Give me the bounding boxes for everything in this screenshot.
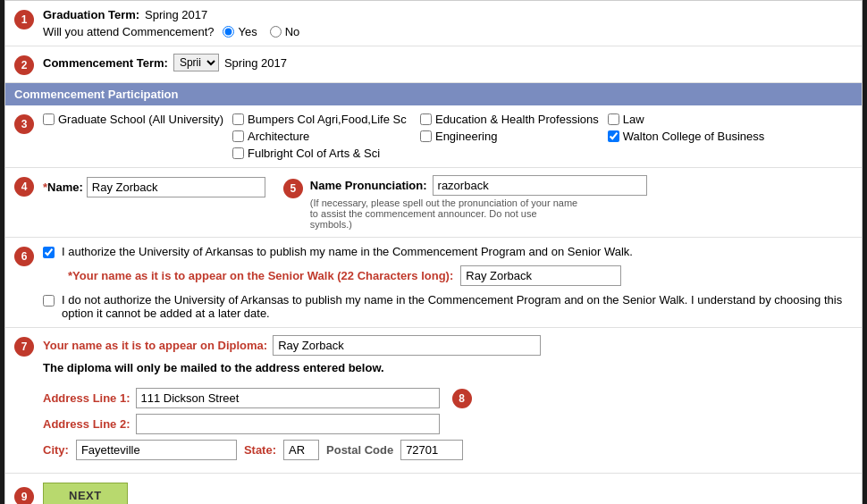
auth-row: I authorize the University of Arkansas t… xyxy=(43,245,853,258)
cb-arch-item[interactable]: Architecture xyxy=(232,130,411,143)
no-radio[interactable] xyxy=(270,26,282,38)
no-label: No xyxy=(285,25,300,38)
name-label: *Name: xyxy=(43,181,83,194)
no-auth-text: I do not authorize the University of Ark… xyxy=(62,293,853,320)
attend-radio-group: Yes No xyxy=(223,25,299,38)
cb-law-item[interactable]: Law xyxy=(608,113,765,126)
commencement-term-label: Commencement Term: xyxy=(43,56,168,70)
cb-eng-item[interactable]: Engineering xyxy=(420,130,599,143)
cb-bumpers-item[interactable]: Bumpers Col Agri,Food,Life Sc xyxy=(232,113,411,126)
addr1-row: Address Line 1: 8 xyxy=(43,387,481,408)
step3-number: 3 xyxy=(14,114,34,134)
pronunciation-input[interactable] xyxy=(433,175,647,196)
name-input[interactable] xyxy=(87,177,265,197)
cb-fulbright-item[interactable]: Fulbright Col of Arts & Sci xyxy=(232,147,411,160)
state-label: State: xyxy=(244,443,276,457)
senior-walk-row: *Your name as it is to appear on the Sen… xyxy=(68,265,853,286)
step4-number: 4 xyxy=(14,177,34,197)
step3-content: Graduate School (All University) Bumpers… xyxy=(43,113,853,160)
step9-number: 9 xyxy=(14,487,34,505)
yes-label: Yes xyxy=(238,25,257,38)
step7-number: 7 xyxy=(14,337,34,357)
cb-arch[interactable] xyxy=(232,130,244,142)
yes-option[interactable]: Yes xyxy=(223,25,257,38)
cb-edu-item[interactable]: Education & Health Professions xyxy=(420,113,599,126)
city-state-row: City: State: Postal Code xyxy=(43,440,481,460)
term-display: Spring 2017 xyxy=(224,56,287,70)
cb-walton[interactable] xyxy=(608,130,619,142)
pronunciation-label: Name Pronunciation: xyxy=(310,179,427,192)
attend-label: Will you attend Commencement? xyxy=(43,25,214,38)
addr2-label: Address Line 2: xyxy=(43,417,130,431)
cb-bumpers[interactable] xyxy=(232,113,244,125)
city-input[interactable] xyxy=(76,440,237,460)
cb-grad-label: Graduate School (All University) xyxy=(58,113,223,126)
state-input[interactable] xyxy=(283,440,319,460)
next-section: 9 NEXT xyxy=(5,474,862,504)
cb-law[interactable] xyxy=(608,113,619,125)
next-button[interactable]: NEXT xyxy=(43,483,128,504)
cb-walton-label: Walton College of Business xyxy=(623,130,765,143)
cb-eng[interactable] xyxy=(420,130,432,142)
diploma-name-row: Your name as it is to appear on Diploma: xyxy=(43,335,541,356)
cb-law-label: Law xyxy=(623,113,644,126)
diploma-label: Your name as it is to appear on Diploma: xyxy=(43,339,267,352)
name-field: *Name: xyxy=(43,177,265,197)
cb-grad-item[interactable]: Graduate School (All University) xyxy=(43,113,223,126)
step1-content: Graduation Term: Spring 2017 Will you at… xyxy=(43,8,853,38)
no-auth-checkbox[interactable] xyxy=(43,295,55,307)
addr2-row: Address Line 2: xyxy=(43,414,481,434)
postal-input[interactable] xyxy=(400,440,463,460)
step1-number: 1 xyxy=(14,10,34,29)
senior-walk-input[interactable] xyxy=(460,265,621,286)
senior-walk-label: *Your name as it is to appear on the Sen… xyxy=(68,269,453,282)
cb-fulbright[interactable] xyxy=(232,147,244,159)
city-label: City: xyxy=(43,443,69,457)
yes-radio[interactable] xyxy=(223,26,234,38)
cb-walton-item[interactable]: Walton College of Business xyxy=(608,130,765,143)
cb-eng-label: Engineering xyxy=(435,130,497,143)
auth-checkbox[interactable] xyxy=(43,247,55,258)
pronunciation-field: Name Pronunciation: (If necessary, pleas… xyxy=(310,175,647,230)
graduation-term-label: Graduation Term: xyxy=(43,8,139,21)
mail-note: The diploma will only be mailed to the a… xyxy=(43,361,541,374)
no-auth-row: I do not authorize the University of Ark… xyxy=(43,293,853,320)
addr1-input[interactable] xyxy=(136,388,440,408)
diploma-input[interactable] xyxy=(273,335,541,356)
addr2-input[interactable] xyxy=(136,414,440,434)
cb-arch-label: Architecture xyxy=(248,130,309,143)
auth-text: I authorize the University of Arkansas t… xyxy=(62,245,633,258)
cb-fulbright-label: Fulbright Col of Arts & Sci xyxy=(248,147,380,160)
cb-edu-label: Education & Health Professions xyxy=(435,113,599,126)
step2-number: 2 xyxy=(14,55,34,75)
step2-content: Commencement Term: Sprii Spring 2017 xyxy=(43,54,853,71)
pronunciation-hint: (If necessary, please spell out the pron… xyxy=(310,197,578,230)
cb-edu[interactable] xyxy=(420,113,432,125)
step5-number: 5 xyxy=(283,179,303,198)
addr1-label: Address Line 1: xyxy=(43,391,130,405)
step8-number: 8 xyxy=(452,389,472,408)
section-header: Commencement Participation xyxy=(5,83,862,105)
cb-bumpers-label: Bumpers Col Agri,Food,Life Sc xyxy=(248,113,407,126)
graduation-term-value: Spring 2017 xyxy=(145,8,207,21)
no-option[interactable]: No xyxy=(270,25,300,38)
term-select[interactable]: Sprii xyxy=(173,54,219,71)
cb-grad[interactable] xyxy=(43,113,55,125)
postal-label: Postal Code xyxy=(326,443,393,457)
step6-number: 6 xyxy=(14,247,34,266)
